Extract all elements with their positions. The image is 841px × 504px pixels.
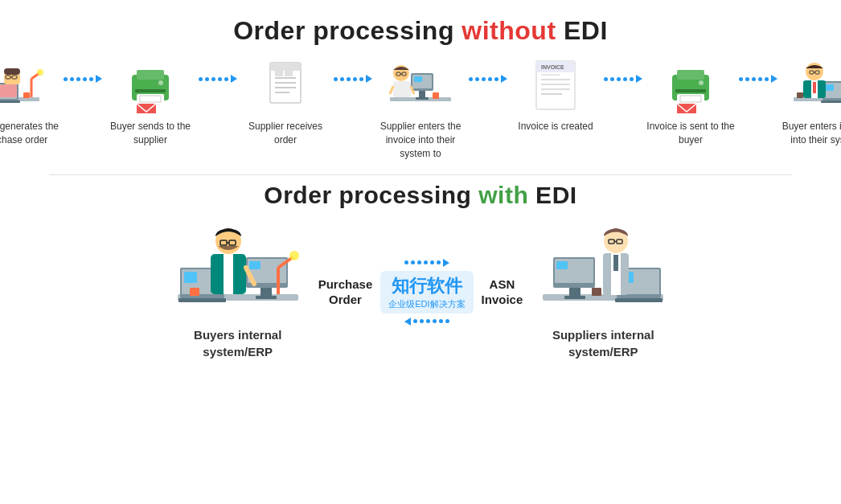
bottom-title: Order processing with EDI bbox=[264, 182, 576, 209]
svg-rect-43 bbox=[433, 92, 439, 99]
svg-rect-101 bbox=[564, 296, 585, 299]
svg-rect-63 bbox=[821, 100, 842, 103]
svg-rect-19 bbox=[135, 89, 166, 92]
person-desk-center-icon bbox=[388, 57, 453, 115]
svg-rect-82 bbox=[249, 261, 261, 269]
section-divider bbox=[49, 174, 791, 175]
svg-rect-23 bbox=[270, 63, 301, 71]
bottom-title-text2: EDI bbox=[528, 182, 576, 208]
svg-text:INVOICE: INVOICE bbox=[541, 64, 564, 70]
svg-rect-10 bbox=[0, 84, 17, 97]
svg-rect-90 bbox=[224, 254, 233, 294]
edi-right-label: Suppliers internal system/ERP bbox=[552, 326, 654, 360]
arrow6 bbox=[739, 57, 777, 83]
arrow4 bbox=[469, 57, 507, 83]
svg-rect-33 bbox=[414, 76, 422, 82]
svg-rect-95 bbox=[190, 288, 199, 296]
svg-rect-40 bbox=[393, 81, 411, 97]
step-buyer-sends: Buyer sends to the supplier bbox=[102, 57, 199, 147]
svg-point-94 bbox=[289, 251, 299, 260]
step-buyer-enters: Buyer enters invoice into their system bbox=[777, 57, 841, 147]
step7-label: Buyer enters invoice into their system bbox=[782, 120, 841, 147]
svg-point-57 bbox=[699, 80, 704, 85]
svg-rect-62 bbox=[826, 84, 834, 91]
bottom-title-highlight: with bbox=[478, 182, 528, 208]
with-edi-flow: Buyers internal system/ERP PurchaseOrder bbox=[8, 223, 833, 360]
step4-label: Supplier enters the invoice into their s… bbox=[376, 120, 465, 160]
title-highlight-red: without bbox=[462, 16, 556, 45]
edi-asn-label: ASNInvoice bbox=[482, 277, 523, 308]
edi-left-label: Buyers internal system/ERP bbox=[194, 326, 281, 360]
page: Order processing without EDI bbox=[0, 0, 841, 504]
svg-rect-70 bbox=[813, 82, 816, 93]
arrow3 bbox=[334, 57, 372, 83]
edi-left-person: Buyers internal system/ERP bbox=[174, 223, 302, 360]
asn-arrow-row bbox=[404, 318, 449, 326]
arrow5 bbox=[604, 57, 642, 83]
edi-po-label: PurchaseOrder bbox=[318, 277, 373, 308]
svg-rect-28 bbox=[275, 71, 283, 76]
svg-rect-34 bbox=[419, 91, 425, 97]
svg-rect-100 bbox=[569, 288, 580, 296]
step-supplier-receives: Supplier receives order bbox=[237, 57, 334, 147]
buyer-desk-right-icon bbox=[792, 57, 842, 115]
title-text1: Order processing bbox=[233, 16, 462, 45]
arrow1 bbox=[64, 57, 102, 83]
svg-rect-16 bbox=[137, 70, 164, 80]
invoice-doc-icon: INVOICE bbox=[531, 57, 580, 115]
bottom-title-text1: Order processing bbox=[264, 182, 478, 208]
svg-rect-35 bbox=[416, 97, 429, 100]
step-invoice-created: INVOICE Invoice is created bbox=[507, 57, 604, 133]
step3-label: Supplier receives order bbox=[241, 120, 330, 147]
step6-label: Invoice is sent to the buyer bbox=[646, 120, 735, 147]
svg-rect-112 bbox=[613, 255, 618, 271]
svg-rect-55 bbox=[680, 96, 701, 102]
svg-rect-29 bbox=[285, 71, 293, 76]
edi-brand-name: 知行软件 bbox=[392, 274, 462, 298]
arrow2 bbox=[199, 57, 237, 83]
without-edi-flow: Buyer generates the purchase order bbox=[0, 57, 841, 160]
svg-rect-113 bbox=[592, 288, 601, 296]
svg-point-13 bbox=[37, 69, 43, 76]
title-text2: EDI bbox=[556, 16, 608, 45]
svg-rect-78 bbox=[184, 272, 197, 283]
svg-rect-79 bbox=[178, 298, 226, 302]
svg-rect-14 bbox=[23, 92, 30, 98]
svg-line-41 bbox=[390, 86, 393, 94]
top-title: Order processing without EDI bbox=[233, 16, 608, 46]
edi-middle-section: PurchaseOrder 知行软件 bbox=[318, 259, 523, 326]
svg-rect-18 bbox=[140, 96, 161, 102]
edi-brand-sub: 企业级EDI解决方案 bbox=[388, 298, 465, 310]
step1-label: Buyer generates the purchase order bbox=[0, 120, 59, 147]
svg-rect-4 bbox=[0, 100, 20, 103]
svg-point-20 bbox=[158, 80, 163, 85]
step2-label: Buyer sends to the supplier bbox=[106, 120, 195, 147]
svg-rect-105 bbox=[615, 298, 663, 302]
step5-label: Invoice is created bbox=[518, 120, 593, 133]
buyer-desk-left-icon bbox=[0, 57, 50, 115]
svg-rect-74 bbox=[797, 92, 803, 98]
step-supplier-enters: Supplier enters the invoice into their s… bbox=[372, 57, 469, 160]
step-buyer-generates: Buyer generates the purchase order bbox=[0, 57, 64, 147]
document-icon bbox=[264, 57, 308, 115]
svg-rect-84 bbox=[256, 296, 277, 299]
svg-rect-53 bbox=[677, 70, 704, 80]
svg-rect-6 bbox=[4, 68, 20, 75]
printer-mail-right-icon bbox=[663, 57, 719, 115]
po-arrow-row bbox=[404, 259, 449, 267]
svg-rect-56 bbox=[675, 89, 706, 92]
svg-rect-99 bbox=[556, 261, 568, 269]
edi-right-person: Suppliers internal system/ERP bbox=[539, 223, 667, 360]
step-invoice-sent: Invoice is sent to the buyer bbox=[642, 57, 739, 147]
printer-mail-icon bbox=[122, 57, 178, 115]
svg-rect-83 bbox=[261, 288, 272, 296]
